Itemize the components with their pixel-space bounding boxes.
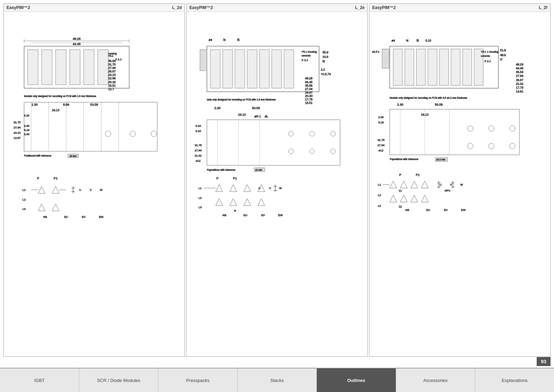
svg-marker-61 [52, 204, 59, 211]
svg-text:EW: EW [99, 215, 104, 219]
svg-text:2.30: 2.30 [32, 103, 38, 106]
svg-text:L2: L2 [23, 198, 26, 201]
panel-code-2: L_2e [355, 5, 365, 10]
svg-text:EW: EW [461, 208, 466, 212]
svg-text:24.13: 24.13 [52, 108, 60, 112]
svg-text:L3: L3 [378, 204, 381, 207]
nav-accessories[interactable]: Accessories [396, 368, 475, 392]
svg-text:U: U [258, 187, 260, 190]
svg-text:L3: L3 [198, 206, 202, 209]
svg-point-39 [130, 131, 135, 136]
svg-text:data only designed for mountin: data only designed for mounting on PCB w… [207, 98, 276, 101]
svg-marker-138 [258, 199, 265, 206]
svg-text:X 2.1: X 2.1 [115, 58, 122, 61]
svg-point-191 [489, 143, 494, 149]
svg-text:øN 1: øN 1 [254, 115, 261, 118]
panel-body-3: ø4 l4 l5 0.10 Y5.1 1 housing ceramic ø3.… [369, 12, 550, 354]
svg-text:ceramic: ceramic [481, 54, 490, 57]
svg-text:26.67: 26.67 [305, 91, 313, 94]
svg-text:l4: l4 [223, 38, 226, 42]
svg-rect-1 [28, 50, 38, 84]
svg-text:W: W [460, 183, 463, 186]
svg-text:11: 11 [399, 189, 402, 192]
svg-text:NB: NB [43, 215, 47, 219]
svg-text:27.94: 27.94 [377, 144, 385, 147]
svg-text:22.86: 22.86 [108, 77, 116, 80]
svg-text:2.30: 2.30 [24, 124, 30, 127]
svg-text:31.75: 31.75 [108, 63, 116, 66]
svg-text:P: P [216, 177, 218, 180]
nav-stacks[interactable]: Stacks [238, 368, 317, 392]
svg-text:27.94: 27.94 [14, 126, 21, 129]
diagram-panel-3: EasyPIM™2 L_2f [369, 3, 551, 357]
svg-text:Module only designed for mount: Module only designed for mounting on PCB… [390, 97, 467, 99]
svg-point-190 [467, 143, 473, 149]
svg-text:l4: l4 [406, 39, 409, 42]
svg-text:U: U [79, 188, 81, 191]
svg-text:55.9: 55.9 [323, 51, 329, 54]
svg-rect-156 [451, 49, 460, 85]
svg-text:Papositions with tolerance: Papositions with tolerance [207, 169, 235, 171]
svg-point-111 [310, 149, 314, 154]
nav-presspacks[interactable]: Presspacks [158, 368, 238, 392]
panel-header-1: EasyPIM™2 L_2d [4, 4, 185, 12]
svg-text:Y5.1 1 housing: Y5.1 1 housing [481, 50, 499, 53]
svg-text:NB: NB [405, 208, 409, 212]
svg-text:ø12: ø12 [196, 159, 200, 162]
nav-igbt[interactable]: IGBT [0, 368, 79, 392]
svg-text:Y5.1 housing: Y5.1 housing [302, 50, 317, 53]
svg-text:44.45: 44.45 [305, 80, 313, 84]
panel-title-3: EasyPIM™2 [372, 5, 396, 10]
svg-marker-129 [244, 185, 251, 191]
svg-rect-76 [247, 50, 257, 88]
svg-rect-73 [211, 50, 220, 88]
drawing-1: 48.26 44.45 35.56 31.75 27.94 26.67 24.1… [7, 15, 182, 351]
svg-marker-215 [421, 195, 428, 202]
svg-point-188 [489, 126, 494, 131]
panel-body-1: 48.26 44.45 35.56 31.75 27.94 26.67 24.1… [4, 12, 185, 354]
nav-explanations[interactable]: Explanations [475, 368, 554, 392]
panel-title-2: EasyPIM™2 [189, 5, 213, 10]
svg-rect-106 [207, 120, 340, 166]
svg-text:50.58: 50.58 [252, 106, 260, 110]
svg-text:L1: L1 [198, 187, 202, 190]
svg-text:48.6: 48.6 [500, 53, 506, 57]
svg-text:U: U [439, 183, 441, 186]
svg-rect-75 [235, 50, 245, 88]
svg-text:24.13: 24.13 [108, 73, 116, 77]
svg-text:3.18: 3.18 [24, 114, 29, 117]
page-number: 93 [537, 357, 551, 366]
svg-text:2.30: 2.30 [214, 106, 221, 110]
svg-rect-151 [393, 49, 402, 85]
svg-text:26.67: 26.67 [516, 78, 524, 82]
svg-rect-29 [24, 102, 158, 151]
nav-scr-diode[interactable]: SCR / Diode Modules [79, 368, 159, 392]
svg-text:26.67: 26.67 [108, 70, 116, 73]
svg-text:2.30: 2.30 [378, 116, 384, 119]
nav-outlines[interactable]: Outlines [317, 368, 396, 392]
svg-rect-157 [463, 49, 472, 85]
svg-text:27.04: 27.04 [305, 87, 313, 91]
svg-marker-135 [216, 199, 223, 206]
svg-point-110 [288, 149, 293, 154]
diagram-panel-2: EasyPIM™2 L_2e [186, 3, 368, 357]
svg-text:ceramic: ceramic [302, 54, 311, 57]
svg-text:l7: l7 [500, 58, 502, 61]
svg-text:50.58: 50.58 [435, 103, 443, 106]
svg-text:V: V [269, 187, 271, 190]
svg-point-40 [151, 131, 157, 136]
panel-body-2: ø4 l4 l5 55.9 10.6 l8 Y5.1 housing ceram… [187, 12, 367, 354]
svg-text:24.13: 24.13 [238, 113, 246, 116]
svg-text:N: N [234, 209, 236, 212]
panel-code-1: L_2d [172, 5, 182, 10]
panel-code-3: L_2f [539, 5, 547, 10]
svg-point-189 [510, 126, 515, 131]
svg-text:ø4: ø4 [209, 38, 212, 42]
svg-text:ø4: ø4 [392, 39, 395, 42]
panel-title-1: EasyPIM™2 [7, 5, 30, 10]
svg-marker-213 [400, 195, 407, 202]
svg-point-107 [288, 131, 293, 136]
svg-text:2.30: 2.30 [24, 133, 30, 136]
svg-text:48.26: 48.26 [305, 77, 313, 80]
svg-rect-3 [56, 50, 66, 84]
